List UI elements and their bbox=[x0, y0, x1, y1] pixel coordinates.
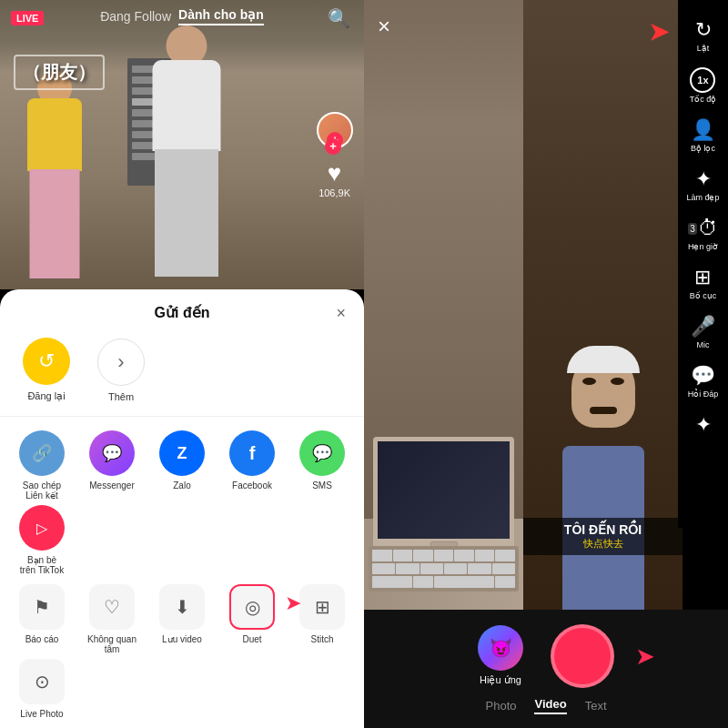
capture-row: 😈 Hiệu ứng ➤ bbox=[364, 624, 728, 688]
report-button[interactable]: ⚑ Báo cáo bbox=[9, 584, 75, 654]
timer-label: Hẹn giờ bbox=[688, 242, 718, 251]
photo-mode-tab[interactable]: Photo bbox=[486, 699, 517, 713]
facebook-icon: f bbox=[229, 430, 275, 476]
share-bottom-sheet: Gửi đến × ↺ Đăng lại › Thêm 🔗 bbox=[0, 289, 364, 728]
duet-button[interactable]: ◎ ➤ Duet bbox=[219, 584, 285, 654]
speed-label: Tốc độ bbox=[690, 95, 717, 104]
video-top-bar: Đang Follow Dành cho bạn bbox=[0, 7, 364, 25]
filter-label: Bộ lọc bbox=[691, 144, 715, 153]
facebook-button[interactable]: f Facebook bbox=[219, 430, 285, 500]
heart-count: 106,9K bbox=[318, 187, 350, 198]
qa-label: Hỏi Đáp bbox=[688, 389, 719, 399]
messenger-icon: 💬 bbox=[89, 430, 135, 476]
qa-icon: 💬 bbox=[691, 364, 715, 388]
zalo-button[interactable]: Z Zalo bbox=[149, 430, 215, 500]
live-photo-button[interactable]: ⊙ Live Photo bbox=[9, 659, 75, 719]
filter-control[interactable]: 👤 Bộ lọc bbox=[691, 118, 715, 153]
stitch-label: Stitch bbox=[310, 634, 333, 644]
following-tab[interactable]: Đang Follow bbox=[100, 9, 171, 24]
share-grid: 🔗 Sao chépLiên kết 💬 Messenger Z Zalo f bbox=[0, 417, 364, 580]
messenger-button[interactable]: 💬 Messenger bbox=[79, 430, 145, 500]
repost-icon: ↺ bbox=[23, 338, 70, 385]
sms-button[interactable]: 💬 SMS bbox=[289, 430, 355, 500]
more-action[interactable]: › Thêm bbox=[97, 339, 145, 402]
tiktok-friends-button[interactable]: ▷ Bạn bètrên TikTok bbox=[9, 505, 75, 575]
right-sidebar-controls: ↻ Lật 1x Tốc độ 👤 Bộ lọc ✦ Làm đẹp 3 ⏱ H… bbox=[678, 0, 728, 528]
sheet-title: Gửi đến bbox=[155, 304, 210, 321]
flip-control[interactable]: ↻ Lật bbox=[695, 18, 712, 53]
right-panel: ➤ TÔI ĐẾN RỒI 快点快去 × ↻ Lật 1x Tốc độ 👤 B… bbox=[364, 0, 728, 728]
mic-label: Mic bbox=[697, 340, 710, 349]
more-control[interactable]: ✦ bbox=[695, 413, 712, 437]
download-button[interactable]: ⬇ Lưu video bbox=[149, 584, 215, 654]
download-label: Lưu video bbox=[162, 634, 202, 644]
filter-icon: 👤 bbox=[691, 118, 715, 142]
more-ctrl-icon: ✦ bbox=[695, 413, 712, 437]
text-mode-tab[interactable]: Text bbox=[585, 699, 607, 713]
stitch-icon: ⊞ bbox=[299, 584, 345, 630]
messenger-label: Messenger bbox=[89, 480, 134, 490]
flip-icon: ↻ bbox=[695, 18, 712, 42]
repost-action[interactable]: ↺ Đăng lại bbox=[23, 338, 70, 402]
close-camera-button[interactable]: × bbox=[378, 14, 390, 39]
facebook-label: Facebook bbox=[232, 480, 272, 490]
not-interested-label: Không quantâm bbox=[87, 634, 136, 654]
for-you-tab[interactable]: Dành cho bạn bbox=[178, 7, 264, 25]
search-icon[interactable]: 🔍 bbox=[328, 7, 350, 29]
sheet-close-button[interactable]: × bbox=[336, 304, 346, 323]
zalo-label: Zalo bbox=[173, 480, 190, 490]
tiktok-friends-label: Bạn bètrên TikTok bbox=[20, 555, 64, 575]
flip-label: Lật bbox=[697, 44, 710, 53]
mode-tabs: Photo Video Text bbox=[486, 697, 607, 714]
qa-control[interactable]: 💬 Hỏi Đáp bbox=[688, 364, 719, 399]
record-button[interactable] bbox=[551, 624, 614, 688]
beauty-control[interactable]: ✦ Làm đẹp bbox=[686, 167, 719, 202]
report-icon: ⚑ bbox=[19, 584, 65, 630]
record-arrow-icon: ➤ bbox=[635, 642, 655, 670]
camera-bottom-bar: 😈 Hiệu ứng ➤ Photo Video Text bbox=[364, 610, 728, 728]
heart-icon: ♥ bbox=[328, 159, 341, 187]
mic-control[interactable]: 🎤 Mic bbox=[691, 315, 715, 349]
timer-icon: 3 ⏱ bbox=[688, 217, 718, 240]
left-panel: （朋友） LIVE Đang Follow Dành cho bạn 🔍 + ♥… bbox=[0, 0, 364, 728]
effects-label: Hiệu ứng bbox=[480, 674, 521, 686]
beauty-icon: ✦ bbox=[695, 167, 712, 191]
duet-arrow-icon: ➤ bbox=[285, 592, 301, 615]
more-icon: › bbox=[97, 339, 145, 386]
duet-label: Duet bbox=[242, 634, 261, 644]
heart-area[interactable]: ♥ 106,9K bbox=[318, 159, 350, 198]
toi-den-roi-text: TÔI ĐẾN RỒI bbox=[531, 522, 675, 537]
effects-avatar: 😈 bbox=[478, 625, 523, 671]
not-interested-button[interactable]: ♡ Không quantâm bbox=[79, 584, 145, 654]
sms-icon: 💬 bbox=[299, 430, 345, 476]
text-overlay: TÔI ĐẾN RỒI 快点快去 bbox=[523, 518, 682, 555]
speed-control[interactable]: 1x Tốc độ bbox=[690, 67, 717, 104]
cam-right: ➤ TÔI ĐẾN RỒI 快点快去 bbox=[523, 0, 682, 610]
copy-link-label: Sao chépLiên kết bbox=[23, 480, 61, 500]
layout-icon: ⊞ bbox=[694, 266, 711, 289]
speed-icon: 1x bbox=[690, 67, 715, 93]
not-interested-icon: ♡ bbox=[89, 584, 135, 630]
tiktok-friends-icon: ▷ bbox=[19, 505, 65, 551]
right-top-bar: × bbox=[364, 0, 682, 53]
duet-icon: ◎ bbox=[229, 584, 275, 630]
quick-actions-row: ↺ Đăng lại › Thêm bbox=[0, 329, 364, 417]
cam-left bbox=[364, 0, 523, 610]
effects-button[interactable]: 😈 Hiệu ứng bbox=[478, 625, 523, 686]
layout-label: Bố cục bbox=[690, 291, 717, 300]
repost-label: Đăng lại bbox=[27, 390, 65, 402]
camera-preview: ➤ TÔI ĐẾN RỒI 快点快去 bbox=[364, 0, 682, 610]
live-photo-icon: ⊙ bbox=[19, 659, 65, 704]
copy-link-button[interactable]: 🔗 Sao chépLiên kết bbox=[9, 430, 75, 500]
record-button-container: ➤ bbox=[551, 624, 614, 688]
timer-control[interactable]: 3 ⏱ Hẹn giờ bbox=[688, 217, 718, 251]
chinese-subtitle: 快点快去 bbox=[531, 537, 675, 551]
more-label: Thêm bbox=[108, 391, 134, 402]
live-photo-label: Live Photo bbox=[20, 709, 63, 719]
layout-control[interactable]: ⊞ Bố cục bbox=[690, 266, 717, 300]
beauty-label: Làm đẹp bbox=[686, 193, 719, 202]
chinese-overlay: （朋友） bbox=[14, 55, 105, 90]
action-grid: ⚑ Báo cáo ♡ Không quantâm ⬇ Lưu video ◎ bbox=[0, 580, 364, 728]
sheet-header: Gửi đến × bbox=[0, 289, 364, 329]
video-mode-tab[interactable]: Video bbox=[534, 697, 566, 714]
